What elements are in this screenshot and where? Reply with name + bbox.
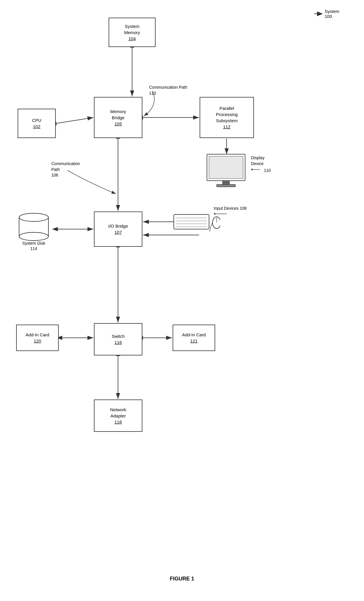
figure-caption: FIGURE 1 bbox=[153, 576, 211, 582]
system-memory-ref: 104 bbox=[128, 36, 136, 42]
system-memory-box: SystemMemory 104 bbox=[109, 18, 156, 47]
memory-bridge-label: MemoryBridge bbox=[110, 108, 126, 121]
input-devices bbox=[173, 211, 220, 236]
switch-box: Switch 116 bbox=[94, 323, 142, 355]
display-device-arrow bbox=[251, 167, 263, 172]
add-in-card-120-box: Add-In Card 120 bbox=[16, 325, 59, 351]
input-devices-label: Input Devices 108 bbox=[214, 206, 247, 216]
system-disk-ref: 114 bbox=[30, 246, 37, 251]
add-in-card-120-label: Add-In Card bbox=[26, 332, 49, 338]
comm-path-113-label: Communication Path113 bbox=[149, 85, 187, 96]
add-in-card-120-ref: 120 bbox=[34, 338, 41, 344]
io-bridge-label: I/O Bridge bbox=[108, 223, 128, 229]
svg-marker-30 bbox=[214, 213, 215, 215]
network-adapter-box: NetworkAdapter 118 bbox=[94, 399, 142, 432]
svg-rect-18 bbox=[223, 181, 230, 185]
display-device-label: DisplayDevice 110 bbox=[251, 155, 271, 174]
svg-point-27 bbox=[213, 217, 220, 229]
svg-rect-17 bbox=[209, 156, 243, 179]
add-in-card-121-box: Add-In Card 121 bbox=[173, 325, 215, 351]
svg-rect-19 bbox=[217, 184, 235, 187]
cpu-ref: 102 bbox=[33, 123, 40, 130]
add-in-card-121-label: Add-In Card bbox=[182, 332, 206, 338]
svg-marker-14 bbox=[317, 11, 323, 16]
parallel-processing-ref: 112 bbox=[223, 124, 230, 130]
network-adapter-ref: 118 bbox=[114, 419, 122, 425]
memory-bridge-box: MemoryBridge 105 bbox=[94, 97, 142, 138]
keyboard-icon bbox=[173, 211, 220, 235]
input-devices-arrow bbox=[214, 211, 228, 216]
svg-line-3 bbox=[56, 117, 93, 123]
comm-path-106-label: CommunicationPath106 bbox=[51, 161, 80, 178]
switch-ref: 116 bbox=[114, 339, 122, 345]
system-memory-label: SystemMemory bbox=[124, 23, 140, 36]
cpu-label: CPU bbox=[32, 117, 41, 123]
display-device bbox=[205, 153, 247, 189]
svg-point-33 bbox=[19, 232, 48, 241]
io-bridge-box: I/O Bridge 107 bbox=[94, 211, 142, 247]
system-label-text: System 100 bbox=[325, 9, 339, 19]
system-disk-icon bbox=[15, 211, 53, 241]
add-in-card-121-ref: 121 bbox=[190, 338, 198, 344]
system-arrow-icon bbox=[314, 11, 323, 17]
svg-marker-21 bbox=[251, 168, 252, 171]
parallel-processing-label: ParallelProcessingSubsystem bbox=[216, 105, 237, 124]
svg-point-32 bbox=[19, 213, 48, 221]
cpu-box: CPU 102 bbox=[18, 109, 56, 138]
monitor-icon bbox=[205, 153, 247, 188]
memory-bridge-ref: 105 bbox=[114, 121, 122, 127]
system-disk-label: System Disk bbox=[22, 241, 45, 246]
system-label: System 100 bbox=[314, 9, 339, 19]
network-adapter-label: NetworkAdapter bbox=[110, 407, 126, 419]
io-bridge-ref: 107 bbox=[114, 229, 122, 235]
diagram-container: System 100 SystemMemory 104 CPU 102 Memo… bbox=[0, 0, 364, 601]
switch-label: Switch bbox=[112, 333, 124, 339]
parallel-processing-box: ParallelProcessingSubsystem 112 bbox=[200, 97, 254, 138]
system-disk: System Disk 114 bbox=[15, 211, 53, 251]
